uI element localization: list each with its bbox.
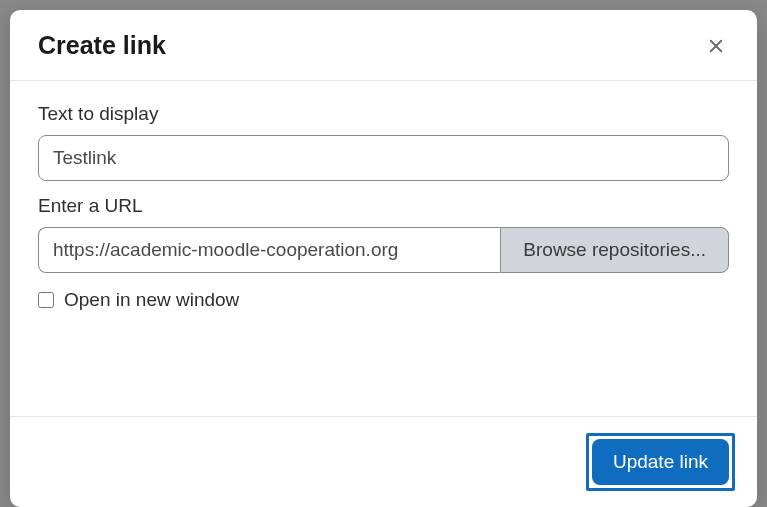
modal-body: Text to display Enter a URL Browse repos… xyxy=(10,81,757,416)
update-button-focus-ring: Update link xyxy=(586,433,735,491)
modal-header: Create link xyxy=(10,10,757,81)
url-label: Enter a URL xyxy=(38,195,729,217)
create-link-modal: Create link Text to display Enter a URL … xyxy=(10,10,757,507)
close-icon xyxy=(707,37,725,55)
modal-title: Create link xyxy=(38,31,166,60)
browse-repositories-button[interactable]: Browse repositories... xyxy=(500,227,729,273)
text-display-input[interactable] xyxy=(38,135,729,181)
text-display-group: Text to display xyxy=(38,103,729,181)
new-window-row: Open in new window xyxy=(38,289,729,311)
modal-footer: Update link xyxy=(10,416,757,507)
new-window-label: Open in new window xyxy=(64,289,239,311)
close-button[interactable] xyxy=(703,33,729,59)
url-input[interactable] xyxy=(38,227,500,273)
new-window-checkbox[interactable] xyxy=(38,292,54,308)
update-link-button[interactable]: Update link xyxy=(592,439,729,485)
url-row: Browse repositories... xyxy=(38,227,729,273)
text-display-label: Text to display xyxy=(38,103,729,125)
